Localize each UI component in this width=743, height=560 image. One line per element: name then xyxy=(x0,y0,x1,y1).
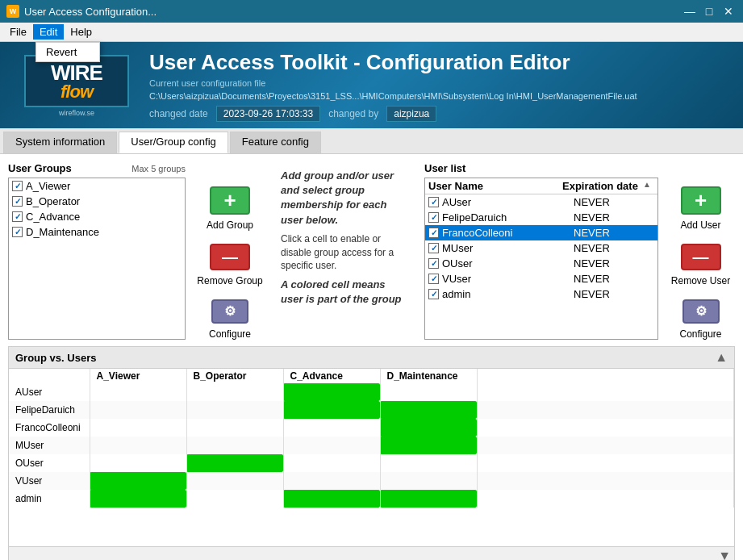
cell[interactable] xyxy=(186,472,283,490)
cell-green[interactable] xyxy=(90,490,186,508)
menu-help[interactable]: Help xyxy=(64,24,98,40)
cell[interactable] xyxy=(90,383,186,401)
checkbox[interactable] xyxy=(428,274,439,284)
table-row[interactable]: OUser xyxy=(9,454,734,472)
cell-green[interactable] xyxy=(186,454,283,472)
configure-group-button[interactable]: ⚙ xyxy=(211,299,248,324)
cell[interactable] xyxy=(90,454,186,472)
user-row[interactable]: VUser NEVER xyxy=(425,271,657,286)
changed-date-label: changed date xyxy=(149,108,208,119)
remove-user-button[interactable]: — xyxy=(681,244,721,270)
list-item[interactable]: A_Viewer xyxy=(9,178,185,194)
cell[interactable] xyxy=(186,490,283,508)
table-row[interactable]: AUser xyxy=(9,383,734,401)
cell[interactable] xyxy=(186,383,283,401)
checkbox[interactable] xyxy=(428,289,439,299)
cell[interactable] xyxy=(90,401,186,419)
cell[interactable] xyxy=(380,472,477,490)
row-user-vuser: VUser xyxy=(9,472,90,490)
group-table[interactable]: A_Viewer B_Operator C_Advance D_Maintena… xyxy=(9,369,734,546)
close-button[interactable]: ✕ xyxy=(720,3,737,19)
tab-user-group-config[interactable]: User/Group config xyxy=(119,132,228,153)
remove-group-button[interactable]: — xyxy=(210,244,250,270)
cell-green[interactable] xyxy=(380,437,477,454)
scroll-down-icon[interactable]: ▼ xyxy=(718,549,731,560)
user-action-panel: + Add User — Remove User ⚙ Configure xyxy=(666,162,735,340)
col-header-d-maintenance: D_Maintenance xyxy=(380,369,477,383)
checkbox[interactable] xyxy=(428,243,439,253)
logo-se: wireflow.se xyxy=(59,109,94,117)
table-row[interactable]: VUser xyxy=(9,472,734,490)
user-row[interactable]: admin NEVER xyxy=(425,286,657,302)
checkbox-b-operator[interactable] xyxy=(12,196,23,207)
configure-user-label: Configure xyxy=(679,328,721,340)
user-row-selected[interactable]: FrancoColleoni NEVER xyxy=(425,225,657,240)
cell-green[interactable] xyxy=(90,472,186,490)
user-row[interactable]: OUser NEVER xyxy=(425,256,657,271)
tab-feature-config[interactable]: Feature config xyxy=(230,132,321,153)
scroll-up-icon[interactable]: ▲ xyxy=(715,350,728,365)
checkbox-c-advance[interactable] xyxy=(12,211,23,222)
checkbox-d-maintenance[interactable] xyxy=(12,227,23,237)
add-group-button[interactable]: + xyxy=(210,186,250,215)
user-list-panel: User list User Name Expiration date ▲ AU… xyxy=(424,162,658,340)
cell-green[interactable] xyxy=(380,401,477,419)
user-table-header: User Name Expiration date ▲ xyxy=(425,178,657,194)
cell[interactable] xyxy=(90,419,186,437)
header-text: User Access Toolkit - Configuration Edit… xyxy=(141,50,731,122)
list-item[interactable]: B_Operator xyxy=(9,194,185,209)
user-row[interactable]: FelipeDaruich NEVER xyxy=(425,210,657,225)
cell-green[interactable] xyxy=(283,490,380,508)
table-row[interactable]: MUser xyxy=(9,437,734,454)
cell[interactable] xyxy=(380,383,477,401)
cell[interactable] xyxy=(283,472,380,490)
checkbox[interactable] xyxy=(428,228,439,238)
cell-green[interactable] xyxy=(380,419,477,437)
user-groups-panel: User Groups Max 5 groups A_Viewer B_Oper… xyxy=(8,162,186,340)
user-row[interactable]: AUser NEVER xyxy=(425,194,657,210)
row-user-auser: AUser xyxy=(9,383,90,401)
menu-edit[interactable]: Edit xyxy=(33,24,64,40)
group-name-a-viewer: A_Viewer xyxy=(26,180,70,192)
cell-green[interactable] xyxy=(283,401,380,419)
user-groups-list[interactable]: A_Viewer B_Operator C_Advance D_Maintena… xyxy=(8,178,186,340)
table-row[interactable]: FrancoColleoni xyxy=(9,419,734,437)
cell[interactable] xyxy=(90,437,186,454)
menu-file[interactable]: File xyxy=(3,24,33,40)
remove-group-label: Remove Group xyxy=(197,275,262,286)
cell[interactable] xyxy=(186,401,283,419)
edit-dropdown: Revert xyxy=(35,42,100,62)
user-table[interactable]: User Name Expiration date ▲ AUser NEVER … xyxy=(424,178,658,340)
title-bar-text: User Access Configuration... xyxy=(24,6,157,18)
maximize-button[interactable]: □ xyxy=(701,3,717,19)
cell xyxy=(477,437,734,454)
checkbox[interactable] xyxy=(428,258,439,269)
cell[interactable] xyxy=(283,419,380,437)
col-header-extra xyxy=(477,369,734,383)
tab-system-information[interactable]: System information xyxy=(3,132,117,153)
configure-group-label: Configure xyxy=(209,328,251,340)
checkbox[interactable] xyxy=(428,197,439,207)
cell-green[interactable] xyxy=(283,383,380,401)
table-row[interactable]: FelipeDaruich xyxy=(9,401,734,419)
sort-icon: ▲ xyxy=(643,180,654,192)
changed-by-label: changed by xyxy=(328,108,378,119)
cell[interactable] xyxy=(283,454,380,472)
add-user-button[interactable]: + xyxy=(681,186,721,215)
cell-green[interactable] xyxy=(380,490,477,508)
minimize-button[interactable]: — xyxy=(682,3,698,19)
menu-revert[interactable]: Revert xyxy=(36,43,99,61)
checkbox-a-viewer[interactable] xyxy=(12,181,23,191)
list-item[interactable]: D_Maintenance xyxy=(9,224,185,240)
cell[interactable] xyxy=(283,437,380,454)
cell[interactable] xyxy=(186,419,283,437)
user-groups-title: User Groups xyxy=(8,162,72,174)
scroll-down-area[interactable]: ▼ xyxy=(9,546,734,560)
list-item[interactable]: C_Advance xyxy=(9,209,185,224)
table-row[interactable]: admin xyxy=(9,490,734,508)
configure-user-button[interactable]: ⚙ xyxy=(682,299,720,324)
checkbox[interactable] xyxy=(428,212,439,223)
user-row[interactable]: MUser NEVER xyxy=(425,240,657,256)
cell[interactable] xyxy=(186,437,283,454)
cell[interactable] xyxy=(380,454,477,472)
